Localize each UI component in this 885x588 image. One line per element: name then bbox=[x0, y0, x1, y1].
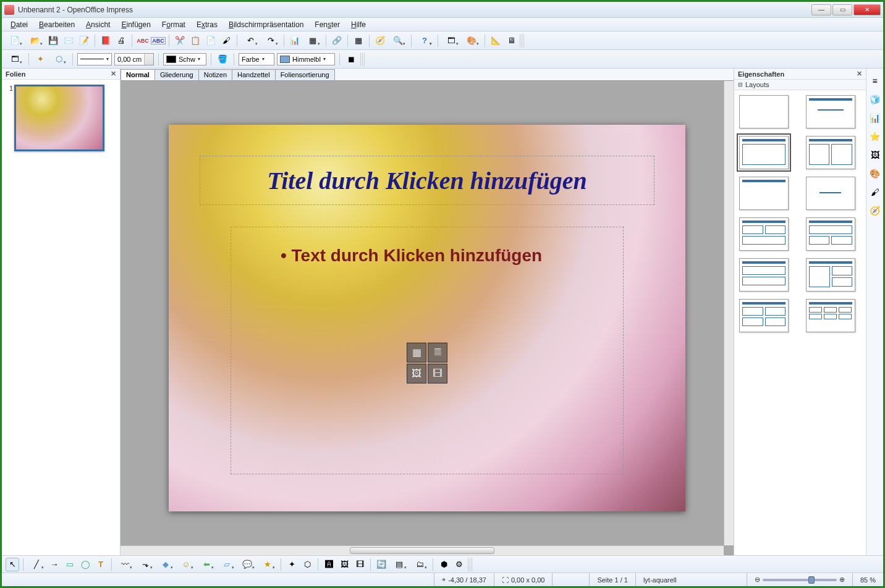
layout-stacked[interactable] bbox=[739, 258, 789, 292]
sidebar-properties-icon[interactable]: 🧊 bbox=[869, 93, 881, 106]
layout-one-over-two[interactable] bbox=[806, 217, 855, 251]
email-button[interactable]: ✉️ bbox=[62, 34, 75, 48]
title-placeholder[interactable]: Titel durch Klicken hinzufügen bbox=[200, 156, 654, 205]
layout-title-content[interactable] bbox=[739, 136, 789, 169]
sidebar-gallery-icon[interactable]: 🖌 bbox=[869, 186, 881, 198]
layout-two-content[interactable] bbox=[806, 136, 855, 169]
layout-title[interactable] bbox=[806, 95, 855, 128]
content-placeholder[interactable]: Text durch Klicken hinzufügen ▦ 𝄜 🖼 🎞 bbox=[231, 227, 624, 474]
zoom-button[interactable]: 🔍 bbox=[389, 34, 407, 48]
sidebar-custom-animation-icon[interactable]: ⭐ bbox=[869, 130, 881, 143]
auto-spellcheck-button[interactable]: ABC bbox=[151, 34, 165, 48]
tab-handzettel[interactable]: Handzettel bbox=[232, 69, 276, 80]
open-button[interactable]: 📂 bbox=[26, 34, 44, 48]
layout-four-content[interactable] bbox=[739, 299, 789, 332]
spellcheck-button[interactable]: ABC bbox=[136, 34, 150, 48]
grid-button[interactable]: ▦ bbox=[352, 34, 365, 48]
shadow-button[interactable]: ◼ bbox=[344, 52, 358, 66]
layout-centered[interactable] bbox=[806, 177, 855, 210]
edit-doc-button[interactable]: 📝 bbox=[77, 34, 91, 48]
redo-button[interactable]: ↷ bbox=[261, 34, 280, 48]
arrange-button[interactable]: 🗔 bbox=[6, 52, 24, 66]
format-paintbrush-button[interactable]: 🖌 bbox=[219, 34, 233, 48]
sidebar-navigator-icon[interactable]: 🧭 bbox=[869, 204, 881, 217]
zoom-percent[interactable]: 85 % bbox=[852, 573, 883, 586]
minimize-button[interactable]: — bbox=[811, 4, 831, 15]
export-pdf-button[interactable]: 📕 bbox=[99, 34, 112, 48]
layout-blank[interactable] bbox=[739, 95, 789, 128]
slide-thumb-1[interactable]: 1 bbox=[8, 85, 114, 151]
maximize-button[interactable]: ▭ bbox=[832, 4, 852, 15]
fill-color-combo[interactable]: Himmelbl▾ bbox=[277, 53, 335, 65]
symbol-shapes-tool[interactable]: ☺ bbox=[177, 558, 195, 571]
curve-tool[interactable]: 〰 bbox=[116, 558, 134, 571]
vertical-scrollbar[interactable] bbox=[724, 81, 734, 545]
fill-type-combo[interactable]: Farbe▾ bbox=[239, 53, 274, 65]
line-style-combo[interactable]: ▾ bbox=[77, 53, 112, 65]
menu-ansicht[interactable]: Ansicht bbox=[81, 19, 115, 30]
area-button[interactable]: 🪣 bbox=[216, 52, 229, 66]
slide-button[interactable]: 🗔 bbox=[442, 34, 460, 48]
table-button[interactable]: ▦ bbox=[303, 34, 322, 48]
gallery-tool[interactable]: 🎞 bbox=[353, 558, 366, 571]
layouts-section-header[interactable]: ⊟ Layouts bbox=[734, 80, 866, 90]
interaction-tool[interactable]: ⚙ bbox=[452, 558, 466, 571]
menu-einfuegen[interactable]: Einfügen bbox=[116, 19, 155, 30]
glue-points-button[interactable]: ⬡ bbox=[49, 52, 68, 66]
select-tool[interactable]: ↖ bbox=[6, 558, 19, 571]
cut-button[interactable]: ✂️ bbox=[173, 34, 187, 48]
sidebar-slide-transition-icon[interactable]: 🖼 bbox=[869, 149, 881, 161]
connector-tool[interactable]: ⬎ bbox=[136, 558, 155, 571]
new-button[interactable]: 📄 bbox=[6, 34, 24, 48]
from-file-tool[interactable]: 🖼 bbox=[337, 558, 351, 571]
layout-six-content[interactable] bbox=[806, 299, 855, 332]
save-button[interactable]: 💾 bbox=[46, 34, 60, 48]
properties-panel-close-icon[interactable]: ✕ bbox=[857, 70, 862, 78]
insert-chart-icon[interactable]: 𝄜 bbox=[428, 342, 447, 362]
menu-fenster[interactable]: Fenster bbox=[310, 19, 345, 30]
line-tool[interactable]: ╱ bbox=[27, 558, 46, 571]
block-arrows-tool[interactable]: ⬅ bbox=[197, 558, 216, 571]
sidebar-menu-icon[interactable]: ≡ bbox=[869, 75, 881, 87]
sidebar-master-pages-icon[interactable]: 📊 bbox=[869, 112, 881, 124]
menu-extras[interactable]: Extras bbox=[192, 19, 222, 30]
rectangle-tool[interactable]: ▭ bbox=[63, 558, 77, 571]
zoom-slider[interactable] bbox=[763, 579, 837, 581]
h-scroll-thumb[interactable] bbox=[350, 547, 494, 554]
extrusion-tool[interactable]: ⬢ bbox=[437, 558, 451, 571]
slides-panel-close-icon[interactable]: ✕ bbox=[111, 70, 116, 78]
flowcharts-tool[interactable]: ▱ bbox=[218, 558, 236, 571]
menu-hilfe[interactable]: Hilfe bbox=[346, 19, 371, 30]
slide-design-button[interactable]: 🎨 bbox=[462, 34, 481, 48]
gluepoints-tool[interactable]: ⬡ bbox=[300, 558, 314, 571]
ellipse-tool[interactable]: ◯ bbox=[78, 558, 92, 571]
basic-shapes-tool[interactable]: ◆ bbox=[156, 558, 175, 571]
zoom-control[interactable]: ⊖ ⊕ bbox=[747, 573, 852, 586]
insert-movie-icon[interactable]: 🎞 bbox=[428, 363, 447, 383]
tab-foliensortierung[interactable]: Foliensortierung bbox=[275, 69, 335, 80]
points-tool[interactable]: ✦ bbox=[285, 558, 299, 571]
menu-format[interactable]: Format bbox=[157, 19, 190, 30]
arrange-tool[interactable]: 🗂 bbox=[410, 558, 429, 571]
zoom-thumb[interactable] bbox=[808, 576, 815, 584]
layout-two-over-one[interactable] bbox=[739, 217, 789, 251]
line-color-combo[interactable]: Schw▾ bbox=[163, 53, 206, 65]
tab-notizen[interactable]: Notizen bbox=[198, 69, 232, 80]
slide-canvas[interactable]: Titel durch Klicken hinzufügen Text durc… bbox=[169, 125, 685, 511]
undo-button[interactable]: ↶ bbox=[241, 34, 260, 48]
print-button[interactable]: 🖨 bbox=[114, 34, 128, 48]
arrow-tool[interactable]: → bbox=[48, 558, 61, 571]
insert-table-icon[interactable]: ▦ bbox=[407, 342, 426, 362]
alignment-tool[interactable]: ▤ bbox=[390, 558, 409, 571]
tab-gliederung[interactable]: Gliederung bbox=[155, 69, 199, 80]
sidebar-styles-icon[interactable]: 🎨 bbox=[869, 167, 881, 180]
close-button[interactable]: ✕ bbox=[853, 4, 881, 15]
text-tool[interactable]: T bbox=[94, 558, 108, 571]
fontwork-tool[interactable]: 🅰 bbox=[322, 558, 336, 571]
edit-points-button[interactable]: ✦ bbox=[33, 52, 47, 66]
insert-image-icon[interactable]: 🖼 bbox=[407, 363, 426, 383]
paste-button[interactable]: 📄 bbox=[204, 34, 218, 48]
copy-button[interactable]: 📋 bbox=[188, 34, 202, 48]
slide-design2-button[interactable]: 📐 bbox=[489, 34, 502, 48]
menu-bearbeiten[interactable]: Bearbeiten bbox=[34, 19, 80, 30]
